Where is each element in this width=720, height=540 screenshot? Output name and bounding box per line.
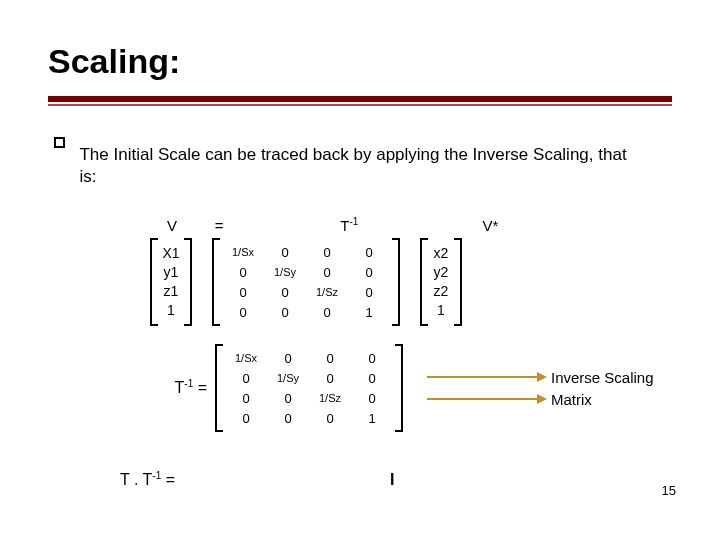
slide-title: Scaling:: [48, 42, 180, 81]
inverse-matrix-definition: T-1 = 1/Sx000 01/Sy00 001/Sz0 0001 Inver…: [150, 344, 654, 432]
bullet-square-icon: [54, 137, 65, 148]
header-equals: =: [198, 217, 240, 234]
title-rule: [48, 96, 672, 106]
label-T-inverse: T-1 =: [150, 378, 215, 397]
equation-matrices: X1 y1 z1 1 1/Sx000 01/Sy00 001/Sz0 0001 …: [150, 238, 462, 326]
header-Vstar: V*: [469, 217, 513, 234]
bracket-icon: [184, 238, 192, 326]
bracket-icon: [392, 238, 400, 326]
bullet-text: The Initial Scale can be traced back by …: [79, 144, 639, 188]
identity-lhs: T . T-1 =: [120, 470, 240, 489]
arrow-label-2: Matrix: [551, 391, 592, 408]
arrow-labels: Inverse Scaling Matrix: [427, 366, 654, 410]
bracket-icon: [150, 238, 158, 326]
arrow-icon: [427, 394, 547, 404]
vector-V: X1 y1 z1 1: [158, 240, 184, 324]
identity-equation: T . T-1 = I: [120, 470, 460, 489]
matrix-T-inverse: 1/Sx000 01/Sy00 001/Sz0 0001: [220, 238, 392, 326]
header-V: V: [150, 217, 194, 234]
bracket-icon: [395, 344, 403, 432]
vector-Vstar: x2 y2 z2 1: [428, 240, 454, 324]
equation-header: V = T-1 V*: [150, 216, 513, 234]
bracket-icon: [454, 238, 462, 326]
bracket-icon: [420, 238, 428, 326]
bullet-item: The Initial Scale can be traced back by …: [54, 144, 639, 188]
header-Tinv: T-1: [244, 216, 454, 234]
identity-rhs: I: [390, 471, 394, 489]
page-number: 15: [662, 483, 676, 498]
bracket-icon: [212, 238, 220, 326]
arrow-label-1: Inverse Scaling: [551, 369, 654, 386]
matrix-T-inverse-body: 1/Sx000 01/Sy00 001/Sz0 0001: [223, 344, 395, 432]
arrow-icon: [427, 372, 547, 382]
bracket-icon: [215, 344, 223, 432]
